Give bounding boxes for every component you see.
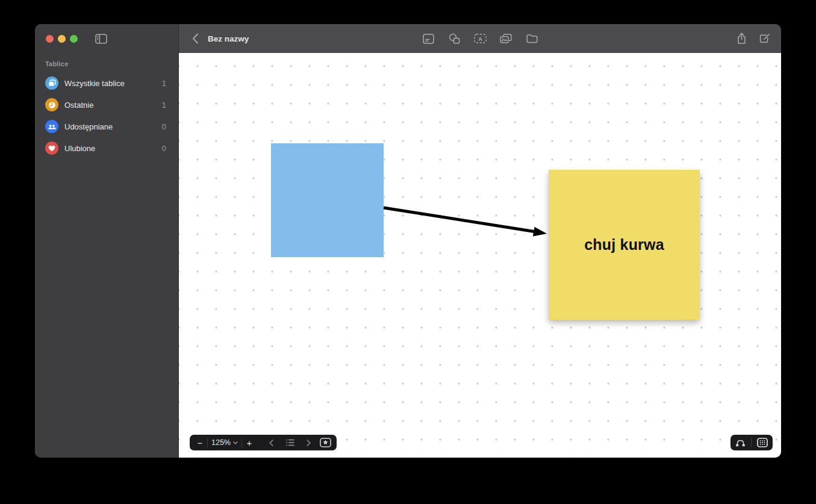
sidebar-toggle-icon[interactable] [95,34,107,44]
main-area: Bez nazwy [179,24,781,458]
chevron-right-icon [307,440,311,446]
sidebar-item-all-boards[interactable]: Wszystkie tablice 1 [35,72,178,94]
heart-icon [45,142,58,155]
list-icon [286,439,294,446]
sidebar: Tablice Wszystkie tablice 1 [35,24,179,458]
board-title: Bez nazwy [208,34,249,43]
zoom-level-value: 125% [211,438,231,447]
sidebar-item-label: Ostatnie [64,101,93,110]
share-icon[interactable] [735,31,748,46]
sidebar-item-shared[interactable]: Udostępniane 0 [35,116,178,137]
zoom-level-dropdown[interactable]: 125% [208,435,241,450]
back-button[interactable] [187,24,203,53]
sidebar-item-label: Wszystkie tablice [64,79,125,88]
insert-file-icon[interactable] [525,31,538,46]
sidebar-item-count: 0 [162,144,166,153]
sticky-note-icon[interactable] [422,31,435,46]
people-icon [45,120,58,133]
chevron-left-icon [269,440,273,446]
favorite-board-button[interactable] [318,435,334,450]
sticky-note-text: chuj kurwa [584,236,664,254]
media-icon[interactable] [499,31,512,46]
sidebar-item-count: 0 [162,122,166,131]
toolbar-right-group [735,31,771,46]
sidebar-section-header: Tablice [35,53,178,72]
sidebar-item-favorites[interactable]: Ulubione 0 [35,137,178,159]
canvas-rectangle[interactable] [271,143,384,257]
previous-board-button[interactable] [263,435,281,450]
boards-icon [45,76,58,90]
textbox-icon[interactable]: A [473,31,487,46]
shapes-icon[interactable] [447,31,461,46]
minimize-window-button[interactable] [58,35,66,43]
sidebar-item-count: 1 [162,79,166,88]
window-controls [35,24,178,53]
titlebar: Bez nazwy [179,24,781,53]
sticky-note[interactable]: chuj kurwa [549,170,700,320]
compose-icon[interactable] [758,31,771,46]
star-badge-icon [320,438,331,447]
clock-icon [45,98,58,111]
sidebar-item-label: Ulubione [64,144,95,153]
sidebar-item-recents[interactable]: Ostatnie 1 [35,94,178,116]
freeform-window: Tablice Wszystkie tablice 1 [35,24,781,458]
zoom-controls: − 125% + [190,435,337,450]
next-board-button[interactable] [300,435,318,450]
sidebar-item-label: Udostępniane [64,122,113,131]
board-list-button[interactable] [281,435,300,450]
sidebar-item-count: 1 [162,101,166,110]
close-window-button[interactable] [46,35,54,43]
chevron-down-icon [233,441,238,444]
desktop-background: Tablice Wszystkie tablice 1 [0,0,816,504]
grid-toggle-icon[interactable] [757,435,768,450]
toolbar-insert-group: A [422,31,538,46]
connect-objects-icon[interactable] [735,435,746,450]
connector-arrow-line[interactable] [384,208,536,232]
board-canvas[interactable]: chuj kurwa − 125% + [179,53,781,458]
zoom-in-button[interactable]: + [242,435,257,450]
zoom-out-button[interactable]: − [193,435,207,450]
svg-text:A: A [478,36,482,42]
canvas-view-options [730,435,773,450]
zoom-window-button[interactable] [70,35,78,43]
